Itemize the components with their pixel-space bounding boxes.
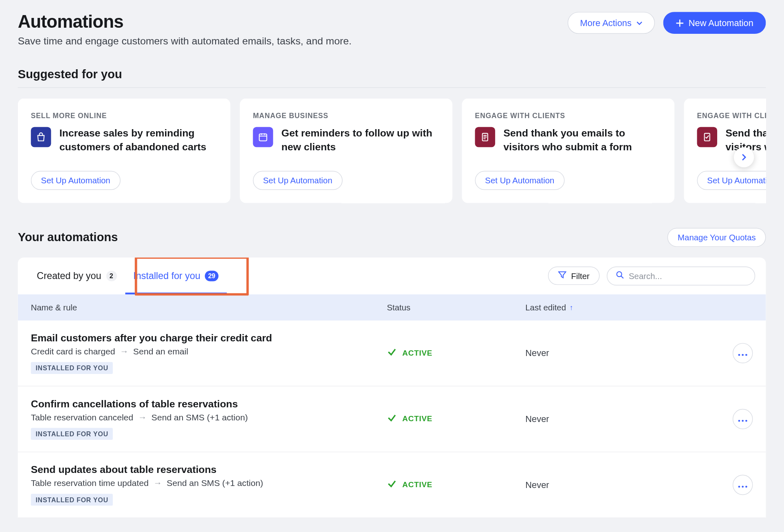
automations-table-panel: Created by you 2 Installed for you 29 Fi… (18, 257, 766, 518)
divider (18, 87, 766, 88)
filter-icon (558, 271, 566, 281)
new-automation-label: New Automation (689, 18, 753, 28)
plus-icon (676, 19, 684, 27)
rule-action: Send an SMS (+1 action) (152, 412, 248, 422)
row-more-button[interactable] (733, 409, 753, 429)
svg-point-11 (742, 486, 744, 488)
rule-action: Send an SMS (+1 action) (167, 478, 263, 488)
svg-point-9 (745, 420, 747, 422)
setup-automation-button[interactable]: Set Up Automation (697, 171, 766, 190)
setup-automation-button[interactable]: Set Up Automation (475, 171, 565, 190)
your-automations-heading: Your automations (18, 231, 118, 244)
svg-point-10 (738, 486, 740, 488)
more-horizontal-icon (738, 413, 747, 424)
more-horizontal-icon (738, 348, 747, 358)
svg-point-3 (617, 272, 622, 277)
automation-rule: Table reservation time updated → Send an… (31, 478, 387, 488)
suggested-cards-row: SELL MORE ONLINE Increase sales by remin… (18, 99, 766, 203)
calendar-icon (253, 127, 273, 147)
table-row[interactable]: Confirm cancellations of table reservati… (18, 386, 766, 452)
col-edited-label: Last edited (525, 303, 566, 312)
search-icon (616, 270, 624, 281)
svg-point-5 (742, 354, 744, 356)
installed-tag: INSTALLED FOR YOU (31, 428, 113, 440)
filter-label: Filter (571, 271, 589, 281)
installed-tag: INSTALLED FOR YOU (31, 362, 113, 374)
table-row[interactable]: Send updates about table reservations Ta… (18, 452, 766, 518)
col-edited-header[interactable]: Last edited ↑ (525, 303, 723, 312)
new-automation-button[interactable]: New Automation (663, 12, 766, 34)
automation-title: Email customers after you charge their c… (31, 332, 387, 344)
setup-automation-button[interactable]: Set Up Automation (253, 171, 343, 190)
tab-label: Created by you (37, 270, 101, 281)
suggested-card[interactable]: MANAGE BUSINESS Get reminders to follow … (240, 99, 453, 203)
clipboard-icon (475, 127, 496, 147)
svg-point-4 (738, 354, 740, 356)
status-label: ACTIVE (402, 349, 432, 358)
automation-title: Confirm cancellations of table reservati… (31, 398, 387, 410)
table-column-header: Name & rule Status Last edited ↑ (18, 294, 766, 320)
suggested-card[interactable]: ENGAGE WITH CLIENTS Send thank you email… (684, 99, 766, 203)
tab-count-badge: 29 (205, 270, 218, 281)
table-row[interactable]: Email customers after you charge their c… (18, 321, 766, 387)
card-category: ENGAGE WITH CLIENTS (475, 112, 661, 120)
scroll-next-button[interactable] (734, 147, 754, 167)
more-horizontal-icon (738, 479, 747, 490)
filter-button[interactable]: Filter (548, 267, 600, 285)
svg-rect-0 (259, 134, 266, 141)
tab-label: Installed for you (133, 270, 200, 281)
check-icon (387, 413, 396, 425)
last-edited-cell: Never (525, 414, 723, 424)
card-title: Send thank you emails to visitors who su… (504, 127, 662, 154)
status-label: ACTIVE (402, 415, 432, 424)
automation-rule: Credit card is charged → Send an email (31, 347, 387, 356)
chevron-right-icon (740, 154, 747, 160)
rule-trigger: Table reservation canceled (31, 412, 133, 422)
check-icon (387, 347, 396, 359)
row-more-button[interactable] (733, 343, 753, 363)
automation-rule: Table reservation canceled → Send an SMS… (31, 412, 387, 422)
svg-point-7 (738, 420, 740, 422)
status-label: ACTIVE (402, 480, 432, 489)
suggested-card[interactable]: ENGAGE WITH CLIENTS Send thank you email… (462, 99, 675, 203)
search-field-wrap[interactable] (607, 266, 755, 286)
status-cell: ACTIVE (387, 413, 525, 425)
row-more-button[interactable] (733, 475, 753, 495)
col-status-header[interactable]: Status (387, 303, 525, 312)
card-category: SELL MORE ONLINE (31, 112, 217, 120)
rule-trigger: Table reservation time updated (31, 478, 149, 488)
card-category: MANAGE BUSINESS (253, 112, 439, 120)
suggested-heading: Suggested for you (18, 68, 766, 81)
page-subtitle: Save time and engage customers with auto… (18, 35, 352, 47)
arrow-right-icon: → (138, 412, 147, 422)
page-title: Automations (18, 12, 352, 32)
more-actions-label: More Actions (580, 18, 632, 28)
svg-point-8 (742, 420, 744, 422)
status-cell: ACTIVE (387, 347, 525, 359)
setup-automation-button[interactable]: Set Up Automation (31, 171, 121, 190)
card-title: Get reminders to follow up with new clie… (282, 127, 440, 154)
tab-created-by-you[interactable]: Created by you 2 (29, 257, 125, 294)
card-title: Increase sales by reminding customers of… (59, 127, 218, 154)
card-category: ENGAGE WITH CLIENTS (697, 112, 766, 120)
installed-tag: INSTALLED FOR YOU (31, 494, 113, 506)
tabs-row: Created by you 2 Installed for you 29 Fi… (18, 257, 766, 294)
arrow-right-icon: → (153, 478, 162, 488)
arrow-right-icon: → (120, 347, 128, 356)
sort-ascending-icon: ↑ (570, 303, 573, 311)
check-icon (387, 479, 396, 490)
last-edited-cell: Never (525, 348, 723, 358)
tab-count-badge: 2 (106, 270, 117, 281)
shopping-bag-icon (31, 127, 51, 147)
last-edited-cell: Never (525, 480, 723, 490)
suggested-card[interactable]: SELL MORE ONLINE Increase sales by remin… (18, 99, 231, 203)
chevron-down-icon (636, 20, 643, 26)
clipboard-check-icon (697, 127, 718, 147)
manage-quotas-button[interactable]: Manage Your Quotas (667, 228, 766, 247)
col-name-header[interactable]: Name & rule (31, 303, 387, 312)
search-input[interactable] (629, 271, 746, 281)
more-actions-button[interactable]: More Actions (568, 12, 655, 34)
rule-action: Send an email (133, 347, 188, 356)
svg-point-6 (745, 354, 747, 356)
tab-installed-for-you[interactable]: Installed for you 29 (125, 257, 227, 294)
